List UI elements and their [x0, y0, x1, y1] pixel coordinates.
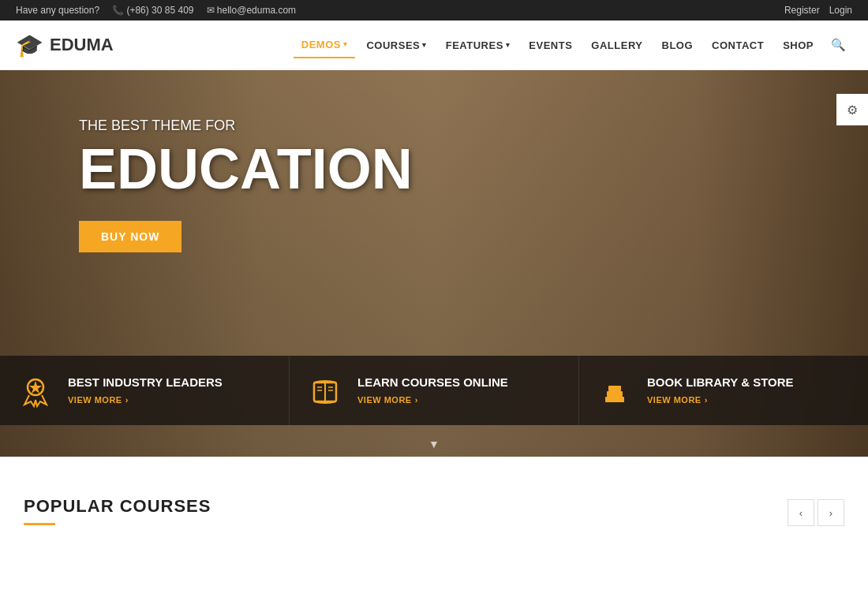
logo[interactable]: 🎓 EDUMA — [16, 32, 114, 58]
feature-title-library: BOOK LIBRARY & STORE — [647, 375, 852, 390]
nav-shop-label: SHOP — [783, 39, 814, 51]
section-header: POPULAR COURSES ‹ › — [24, 496, 844, 526]
nav-item-blog[interactable]: BLOG — [654, 33, 702, 58]
feature-link-courses[interactable]: VIEW MORE › — [357, 395, 563, 405]
email-address: hello@eduma.com — [217, 5, 296, 16]
email-info: ✉ hello@eduma.com — [207, 5, 297, 16]
hero-title: EDUCATION — [79, 140, 789, 197]
logo-icon: 🎓 — [16, 32, 43, 58]
nav-item-features[interactable]: FEATURES ▾ — [438, 33, 518, 58]
nav-item-courses[interactable]: COURSES ▾ — [358, 33, 434, 58]
feature-text-courses: LEARN COURSES ONLINE VIEW MORE › — [357, 375, 563, 405]
hero-section: ⚙ THE BEST THEME FOR EDUCATION BUY NOW B — [0, 70, 868, 457]
feature-title-leaders: BEST INDUSTRY LEADERS — [68, 375, 273, 390]
top-bar: Have any question? 📞 (+86) 30 85 409 ✉ h… — [0, 0, 868, 21]
svg-rect-4 — [607, 391, 623, 397]
nav-demos-chevron: ▾ — [343, 40, 348, 48]
buy-now-button[interactable]: BUY NOW — [79, 221, 181, 252]
svg-marker-1 — [29, 381, 42, 394]
feature-text-leaders: BEST INDUSTRY LEADERS VIEW MORE › — [68, 375, 273, 405]
svg-rect-3 — [605, 397, 624, 402]
section-title-wrapper: POPULAR COURSES — [24, 496, 211, 525]
feature-title-courses: LEARN COURSES ONLINE — [357, 375, 563, 390]
feature-box-courses: LEARN COURSES ONLINE VIEW MORE › — [290, 356, 579, 425]
feature-link-library[interactable]: VIEW MORE › — [647, 395, 852, 405]
search-icon[interactable]: 🔍 — [825, 32, 852, 58]
settings-button[interactable]: ⚙ — [836, 94, 868, 125]
nav-features-chevron: ▾ — [506, 41, 511, 49]
carousel-next-button[interactable]: › — [817, 499, 844, 526]
nav-events-label: EVENTS — [529, 39, 572, 51]
award-icon — [16, 375, 55, 409]
settings-icon: ⚙ — [847, 103, 858, 118]
feature-box-library: BOOK LIBRARY & STORE VIEW MORE › — [579, 356, 868, 425]
logo-text: EDUMA — [50, 35, 114, 55]
nav-item-gallery[interactable]: GALLERY — [583, 33, 650, 58]
section-underline — [24, 523, 55, 525]
phone-number: (+86) 30 85 409 — [126, 5, 193, 16]
carousel-prev-button[interactable]: ‹ — [788, 499, 814, 526]
header: 🎓 EDUMA DEMOS ▾ COURSES ▾ FEATURES ▾ EVE… — [0, 21, 868, 70]
main-nav: DEMOS ▾ COURSES ▾ FEATURES ▾ EVENTS GALL… — [294, 32, 852, 58]
books-icon — [595, 375, 634, 409]
svg-rect-5 — [608, 386, 621, 391]
feature-link-leaders[interactable]: VIEW MORE › — [68, 395, 273, 405]
nav-contact-label: CONTACT — [712, 39, 764, 51]
feature-text-library: BOOK LIBRARY & STORE VIEW MORE › — [647, 375, 852, 405]
login-link[interactable]: Login — [829, 5, 852, 16]
nav-item-demos[interactable]: DEMOS ▾ — [294, 32, 356, 58]
register-link[interactable]: Register — [784, 5, 820, 16]
feature-box-leaders: BEST INDUSTRY LEADERS VIEW MORE › — [0, 356, 290, 425]
phone-icon: 📞 — [112, 5, 124, 16]
book-icon — [305, 375, 345, 409]
phone-info: 📞 (+86) 30 85 409 — [112, 5, 193, 16]
nav-features-label: FEATURES — [446, 39, 503, 51]
nav-item-contact[interactable]: CONTACT — [704, 33, 772, 58]
popular-courses-section: POPULAR COURSES ‹ › — [0, 457, 868, 554]
top-bar-left: Have any question? 📞 (+86) 30 85 409 ✉ h… — [16, 5, 296, 16]
nav-demos-label: DEMOS — [301, 39, 341, 50]
nav-courses-label: COURSES — [366, 39, 420, 51]
nav-item-events[interactable]: EVENTS — [521, 33, 580, 58]
nav-blog-label: BLOG — [662, 39, 694, 51]
email-icon: ✉ — [207, 5, 215, 16]
popular-courses-title: POPULAR COURSES — [24, 496, 211, 517]
top-bar-right: Register Login — [784, 5, 852, 16]
hero-content: THE BEST THEME FOR EDUCATION BUY NOW — [0, 70, 868, 300]
nav-gallery-label: GALLERY — [591, 39, 642, 51]
question-text: Have any question? — [16, 5, 99, 16]
hero-subtitle: THE BEST THEME FOR — [79, 118, 789, 134]
scroll-indicator[interactable]: ▼ — [428, 438, 440, 450]
nav-item-shop[interactable]: SHOP — [775, 33, 821, 58]
carousel-controls: ‹ › — [788, 499, 844, 526]
feature-bar: BEST INDUSTRY LEADERS VIEW MORE › — [0, 356, 868, 425]
nav-courses-chevron: ▾ — [422, 41, 427, 49]
